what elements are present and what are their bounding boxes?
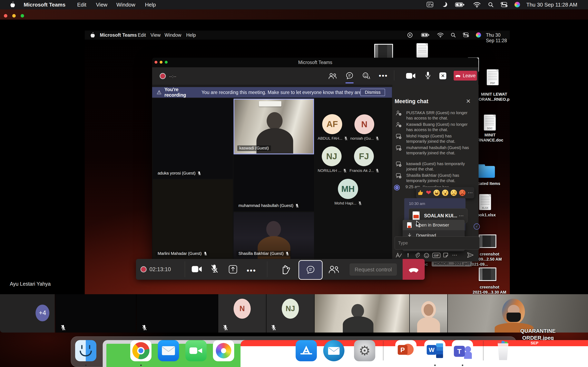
format-icon[interactable] [396, 252, 402, 259]
avatar-af[interactable]: AF [322, 114, 342, 134]
hang-up-button[interactable] [403, 259, 425, 280]
input-source-icon[interactable] [427, 2, 433, 8]
avatar-nj[interactable]: NJ [322, 146, 342, 166]
sad-icon[interactable] [450, 190, 457, 196]
compose-more-icon[interactable]: ⋯ [452, 252, 457, 258]
control-center-icon[interactable] [501, 2, 508, 8]
remote-app-menu[interactable]: Microsoft Teams [100, 33, 137, 38]
context-menu-open-in-browser[interactable]: Open in Browser [403, 220, 465, 230]
control-center-icon[interactable] [463, 33, 469, 38]
host-menu-view[interactable]: View [96, 2, 107, 8]
desktop-file-icon[interactable] [374, 44, 393, 58]
video-tile-marlini[interactable]: Marlini Mahadar (Guest) [153, 179, 233, 259]
more-actions-button[interactable]: ••• [247, 266, 256, 275]
more-reactions-icon[interactable]: ⋯ [468, 190, 473, 196]
desktop-icon-book1-xlsx[interactable]: XLSX ook1.xlsx [0, 29, 12, 44]
camera-on-button[interactable] [191, 266, 202, 274]
more-options-icon[interactable]: ••• [379, 72, 388, 80]
host-menu-edit[interactable]: Edit [77, 2, 86, 8]
battery-icon[interactable] [455, 2, 465, 8]
remote-menu-window[interactable]: Window [164, 33, 181, 38]
video-tile-aduka[interactable]: aduka yorosi (Guest) [153, 99, 233, 179]
avatar-mh[interactable]: MH [338, 179, 358, 199]
record-icon[interactable] [407, 33, 413, 39]
dock-powerpoint-icon[interactable]: P [395, 340, 416, 361]
dock-photos-icon[interactable] [213, 340, 234, 361]
reactions-icon[interactable] [362, 72, 370, 81]
video-tile-kaswadi-speaking[interactable]: kaswadi (Guest) [233, 99, 314, 154]
remote-menu-view[interactable]: View [150, 33, 160, 38]
host-clock[interactable]: Thu 30 Sep 11:28 AM [526, 2, 577, 8]
dock-thunderbird-icon[interactable] [323, 340, 345, 361]
desktop-label-honor-pdf-selected[interactable]: HONOR....2021.pdf [432, 261, 472, 267]
leave-button[interactable]: Leave [454, 71, 477, 81]
desktop-file-icon[interactable] [416, 43, 428, 58]
close-chat-icon[interactable]: ✕ [466, 98, 471, 105]
chat-icon[interactable] [346, 72, 354, 81]
host-app-menu[interactable]: Microsoft Teams [24, 2, 66, 8]
host-menu-window[interactable]: Window [116, 2, 135, 8]
share-screen-button[interactable] [228, 265, 238, 275]
filmstrip-tile-webcam-1[interactable] [315, 294, 409, 333]
filmstrip-tile-webcam-2[interactable] [410, 294, 447, 333]
angry-icon[interactable] [459, 190, 466, 196]
send-icon[interactable] [467, 252, 474, 259]
siri-icon[interactable] [515, 2, 520, 7]
dock-word-icon[interactable]: W [424, 340, 445, 361]
filmstrip-tile-camera-off[interactable] [137, 294, 218, 333]
priority-icon[interactable]: ! [407, 252, 409, 259]
avatar-fj[interactable]: FJ [354, 146, 374, 166]
participants-icon[interactable] [328, 73, 337, 80]
laugh-icon[interactable] [433, 190, 440, 196]
dock-system-preferences-icon[interactable]: ⚙ [354, 340, 375, 361]
dock-chrome-icon[interactable] [130, 340, 151, 361]
minimize-window-button[interactable] [12, 14, 16, 17]
apple-menu-icon[interactable] [90, 32, 95, 39]
apple-menu-icon[interactable] [10, 2, 15, 8]
host-menu-help[interactable]: Help [145, 2, 156, 8]
dock-finder-icon[interactable] [75, 340, 96, 361]
camera-on-icon[interactable] [406, 73, 416, 80]
avatar-n[interactable]: N [355, 114, 374, 134]
stop-share-icon[interactable]: ✕ [439, 72, 446, 79]
raise-hand-button[interactable] [281, 263, 290, 276]
dock-trash-icon[interactable] [493, 340, 514, 361]
filmstrip-tile-camera-off[interactable] [55, 294, 136, 333]
remote-menu-edit[interactable]: Edit [138, 33, 146, 38]
thumbs-up-icon[interactable] [417, 190, 424, 196]
battery-icon[interactable] [421, 33, 429, 38]
gif-icon[interactable]: GIF [432, 253, 440, 258]
video-tile-muhammad[interactable]: muhammad hasbullah (Guest) [233, 155, 314, 211]
dismiss-button[interactable]: Dismiss [360, 89, 385, 96]
wifi-icon[interactable] [437, 33, 444, 38]
attach-icon[interactable] [415, 252, 420, 259]
dock-mail-icon[interactable] [158, 340, 179, 361]
desktop-icon-quarantine-order[interactable]: QUARANTINE ORDER.jpeg [510, 327, 566, 341]
zoom-window-button[interactable] [21, 14, 24, 17]
surprised-icon[interactable] [442, 190, 448, 196]
dock-appstore-icon[interactable] [296, 340, 317, 361]
request-control-button[interactable]: Request control [350, 263, 397, 276]
heart-icon[interactable]: ❤ [426, 189, 432, 196]
mic-muted-button[interactable] [210, 263, 218, 275]
video-tile-shasilla[interactable]: Shasilla Bakhtiar (Guest) [233, 212, 314, 259]
overflow-participants-badge[interactable]: +4 [35, 305, 49, 321]
siri-icon[interactable] [476, 33, 481, 38]
wifi-icon[interactable] [473, 2, 481, 8]
compose-input[interactable]: Type [395, 236, 480, 250]
remote-clock[interactable]: Thu 30 Sep 11:28 [486, 33, 510, 43]
mic-icon[interactable] [425, 71, 431, 80]
sticker-icon[interactable] [443, 252, 448, 259]
chat-button-active[interactable] [298, 260, 323, 280]
moon-icon[interactable] [442, 2, 447, 7]
spotlight-icon[interactable] [450, 33, 456, 39]
dock-teams-icon[interactable]: T [452, 340, 473, 361]
participants-button[interactable] [328, 265, 339, 275]
dock-facetime-icon[interactable] [185, 340, 207, 361]
spotlight-icon[interactable] [488, 2, 494, 8]
close-window-button[interactable] [4, 14, 7, 17]
emoji-icon[interactable] [424, 253, 429, 259]
filmstrip-tile-webcam-3[interactable] [448, 294, 588, 333]
remote-menu-help[interactable]: Help [186, 33, 196, 38]
attachment-more-icon[interactable]: ⋯ [459, 213, 464, 218]
